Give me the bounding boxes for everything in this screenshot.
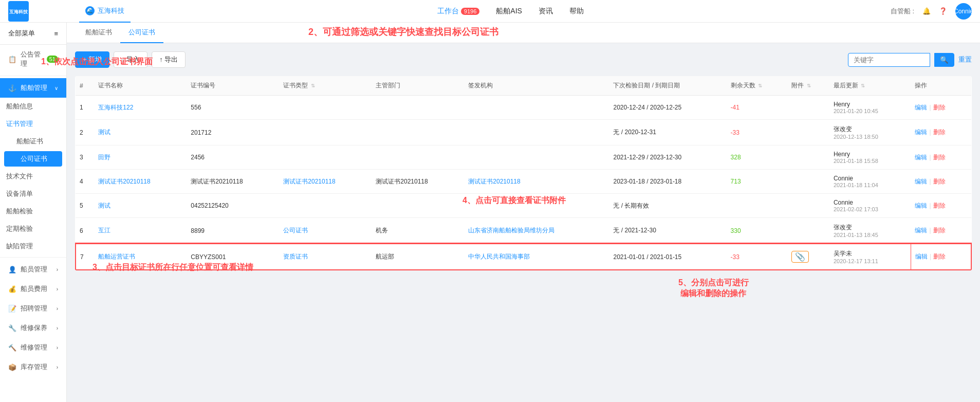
tab-company-cert[interactable]: 公司证书 <box>120 23 163 43</box>
delete-button[interactable]: 删除 <box>933 104 946 111</box>
tab-ship-cert[interactable]: 船舶证书 <box>77 23 120 43</box>
sidebar-item-ship-inspect[interactable]: 船舶检验 <box>0 203 66 220</box>
nav-center: 工作台 9196 船舶AIS 资讯 帮助 <box>131 7 891 16</box>
edit-button[interactable]: 编辑 <box>915 178 927 185</box>
sidebar-item-defect[interactable]: 缺陷管理 <box>0 237 66 255</box>
cell-5[interactable]: 山东省济南船舶检验局维坊分局 <box>464 218 609 244</box>
cell-6: 2020-12-24 / 2020-12-25 <box>609 96 726 120</box>
nav-help[interactable]: 帮助 <box>569 7 584 16</box>
cell-1[interactable]: 田野 <box>94 145 187 170</box>
delete-button[interactable]: 删除 <box>933 227 946 234</box>
edit-button[interactable]: 编辑 <box>915 253 928 260</box>
notice-icon: 📋 <box>8 56 16 63</box>
cell-3[interactable]: 资质证书 <box>279 244 372 270</box>
cell-0: 5 <box>76 194 94 218</box>
import-button[interactable]: ↓ 导入 <box>114 51 147 68</box>
edit-button[interactable]: 编辑 <box>915 154 927 161</box>
col-name: 证书名称 <box>94 76 187 96</box>
nav-news[interactable]: 资讯 <box>539 7 553 16</box>
attachment-icon[interactable]: 📎 <box>791 251 809 263</box>
repair-chevron: › <box>57 345 58 351</box>
reset-link[interactable]: 重置 <box>958 55 972 64</box>
table-row[interactable]: 7船舶运营证书CBYYZS001资质证书航运部中华人民共和国海事部2021-01… <box>76 244 971 270</box>
page-tabs: 船舶证书 公司证书 <box>67 23 980 43</box>
edit-button[interactable]: 编辑 <box>915 129 927 136</box>
nav-workbench[interactable]: 工作台 9196 <box>437 7 479 16</box>
brand-tab[interactable]: 🌊 互海科技 <box>79 0 131 23</box>
sidebar-item-crew-cost[interactable]: 💰 船员费用 › <box>0 279 66 299</box>
cell-6: 2021-01-01 / 2021-01-15 <box>609 244 726 270</box>
sidebar-item-periodic[interactable]: 定期检验 <box>0 220 66 237</box>
delete-button[interactable]: 删除 <box>933 202 946 209</box>
cell-8[interactable] <box>787 145 829 170</box>
cell-1[interactable]: 互海科技122 <box>94 96 187 120</box>
table-row[interactable]: 3田野24562021-12-29 / 2023-12-30328Henry20… <box>76 145 971 170</box>
cell-3[interactable]: 测试证书20210118 <box>279 170 372 194</box>
sidebar-item-equipment[interactable]: 设备清单 <box>0 185 66 203</box>
sidebar-item-company-cert[interactable]: 公司证书 <box>4 151 62 167</box>
sidebar-item-recruit[interactable]: 📝 招聘管理 › <box>0 299 66 318</box>
cell-5[interactable]: 中华人民共和国海事部 <box>464 244 609 270</box>
sidebar-menu-icon[interactable]: ≡ <box>54 30 58 38</box>
search-button[interactable]: 🔍 <box>934 53 954 67</box>
add-button[interactable]: + 新增 <box>75 51 109 68</box>
cell-4: 机务 <box>372 218 464 244</box>
export-button[interactable]: ↑ 导出 <box>152 51 186 68</box>
cell-8[interactable] <box>787 96 829 120</box>
cell-1[interactable]: 测试 <box>94 194 187 218</box>
cell-1[interactable]: 船舶运营证书 <box>94 244 187 270</box>
table-body: 1互海科技1225562020-12-24 / 2020-12-25-41Hen… <box>76 96 971 270</box>
sidebar-item-repair[interactable]: 🔨 维修管理 › <box>0 338 66 357</box>
sidebar-title: 全部菜单 <box>8 29 35 38</box>
delete-button[interactable]: 删除 <box>933 178 946 185</box>
sort-attach-icon[interactable]: ⇅ <box>807 83 811 88</box>
sidebar-item-ship-info[interactable]: 船舶信息 <box>0 98 66 115</box>
bell-icon[interactable]: 🔔 <box>922 7 931 15</box>
table-row[interactable]: 4测试证书20210118测试证书20210118测试证书20210118测试证… <box>76 170 971 194</box>
edit-button[interactable]: 编辑 <box>915 227 927 234</box>
col-update[interactable]: 最后更新 ⇅ <box>829 76 911 96</box>
self-manage[interactable]: 自管船 : <box>891 7 914 16</box>
col-remaining[interactable]: 剩余天数 ⇅ <box>727 76 788 96</box>
brand-tab-icon: 🌊 <box>85 6 95 15</box>
delete-button[interactable]: 删除 <box>933 154 946 161</box>
sidebar-item-cert-manage[interactable]: 证书管理 <box>0 115 66 133</box>
cell-1[interactable]: 测试证书20210118 <box>94 170 187 194</box>
col-type[interactable]: 证书类型 ⇅ <box>279 76 372 96</box>
col-attach[interactable]: 附件 ⇅ <box>787 76 829 96</box>
inventory-chevron: › <box>57 364 58 370</box>
cost-chevron: › <box>57 286 58 292</box>
delete-button[interactable]: 删除 <box>933 253 946 260</box>
table-row[interactable]: 5测试04252125420无 / 长期有效Connie2021-02-02 1… <box>76 194 971 218</box>
sidebar-item-inventory[interactable]: 📦 库存管理 › <box>0 357 66 377</box>
cell-8[interactable] <box>787 170 829 194</box>
cell-5[interactable]: 测试证书20210118 <box>464 170 609 194</box>
cell-1[interactable]: 测试 <box>94 120 187 145</box>
sidebar-item-maintenance[interactable]: 🔧 维修保养 › <box>0 318 66 338</box>
inventory-icon: 📦 <box>8 363 16 371</box>
edit-button[interactable]: 编辑 <box>915 104 927 111</box>
user-avatar[interactable]: Connie <box>955 3 972 20</box>
sidebar-item-notice[interactable]: 📋 公告管理 51 <box>0 45 66 74</box>
cell-3[interactable]: 公司证书 <box>279 218 372 244</box>
search-input[interactable] <box>848 53 930 67</box>
table-row[interactable]: 1互海科技1225562020-12-24 / 2020-12-25-41Hen… <box>76 96 971 120</box>
delete-button[interactable]: 删除 <box>933 129 946 136</box>
sidebar-item-tech-doc[interactable]: 技术文件 <box>0 168 66 185</box>
edit-button[interactable]: 编辑 <box>915 202 927 209</box>
sort-update-icon[interactable]: ⇅ <box>861 83 865 88</box>
sort-type-icon[interactable]: ⇅ <box>311 83 315 88</box>
table-row[interactable]: 2测试201712无 / 2020-12-31-33张改变2020-12-13 … <box>76 120 971 145</box>
sort-remaining-icon[interactable]: ⇅ <box>758 83 762 88</box>
sidebar-item-crew[interactable]: 👤 船员管理 › <box>0 260 66 279</box>
cell-8[interactable] <box>787 120 829 145</box>
cell-1[interactable]: 互江 <box>94 218 187 244</box>
table-row[interactable]: 6互江8899公司证书机务山东省济南船舶检验局维坊分局无 / 2021-12-3… <box>76 218 971 244</box>
sidebar-item-ship-cert[interactable]: 船舶证书 <box>0 133 66 150</box>
nav-ship-ais[interactable]: 船舶AIS <box>496 7 522 16</box>
cell-8[interactable] <box>787 218 829 244</box>
sidebar-item-ship-manage[interactable]: ⚓ 船舶管理 ∨ <box>0 78 66 98</box>
cell-8[interactable] <box>787 194 829 218</box>
question-icon[interactable]: ❓ <box>939 7 947 15</box>
cell-7: 713 <box>727 170 788 194</box>
